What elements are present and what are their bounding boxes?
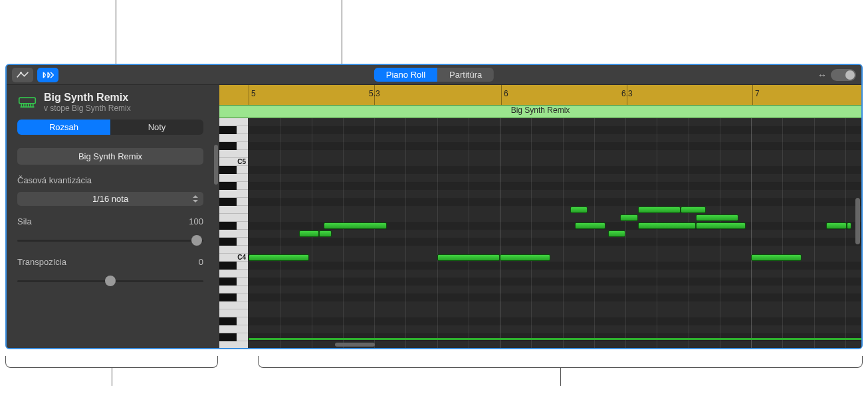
- midi-note[interactable]: [638, 207, 681, 213]
- automation-icon[interactable]: [12, 68, 33, 82]
- midi-note[interactable]: [324, 222, 387, 229]
- ruler-mark: 7: [755, 89, 760, 98]
- svg-rect-1: [19, 98, 36, 104]
- catch-playhead-icon[interactable]: [37, 68, 58, 82]
- horizontal-auto-zoom-toggle[interactable]: [831, 69, 856, 81]
- midi-note[interactable]: [299, 230, 319, 237]
- editor-topbar: Piano Roll Partitúra ↔: [7, 65, 861, 85]
- vertical-scrollbar[interactable]: [855, 198, 860, 244]
- region-strip-label: Big Synth Remix: [511, 106, 570, 115]
- key-label-c5: C5: [237, 158, 247, 165]
- svg-point-0: [20, 72, 22, 74]
- note-grid[interactable]: [249, 118, 861, 348]
- midi-note[interactable]: [570, 207, 588, 213]
- midi-note[interactable]: [437, 254, 500, 261]
- midi-note[interactable]: [751, 254, 802, 261]
- tab-score[interactable]: Partitúra: [437, 68, 494, 82]
- time-ruler[interactable]: 5 5.3 6 6.3 7: [219, 85, 861, 105]
- inspector-mode-segment: Rozsah Noty: [17, 120, 203, 135]
- horizontal-scrollbar[interactable]: [249, 341, 861, 348]
- segment-notes[interactable]: Noty: [110, 120, 203, 135]
- callout-brackets-bottom: [0, 351, 868, 404]
- midi-note[interactable]: [620, 214, 637, 221]
- midi-note[interactable]: [319, 230, 332, 237]
- track-subtitle: v stope Big Synth Remix: [44, 104, 131, 113]
- midi-note[interactable]: [681, 207, 706, 213]
- callout-lines-top: [0, 0, 868, 64]
- midi-note[interactable]: [826, 222, 846, 229]
- segment-region[interactable]: Rozsah: [17, 120, 110, 135]
- midi-note[interactable]: [638, 222, 696, 229]
- ruler-mark: 6.3: [621, 89, 633, 98]
- strength-value: 100: [189, 216, 203, 226]
- transpose-value: 0: [199, 257, 203, 267]
- ruler-mark: 5: [251, 89, 256, 98]
- strength-slider[interactable]: [17, 234, 203, 246]
- midi-note[interactable]: [249, 254, 309, 261]
- piano-keyboard[interactable]: C5C4: [219, 118, 249, 348]
- ruler-mark: 5.3: [369, 89, 380, 98]
- key-label-c4: C4: [237, 254, 247, 261]
- region-inspector: Big Synth Remix v stope Big Synth Remix …: [7, 85, 219, 348]
- region-name-field[interactable]: Big Synth Remix: [17, 148, 203, 165]
- controller-lane-divider: [249, 338, 861, 340]
- horizontal-zoom-icon: ↔: [817, 70, 827, 80]
- inspector-scrollbar[interactable]: [214, 145, 218, 185]
- view-tabs: Piano Roll Partitúra: [374, 68, 494, 82]
- midi-note[interactable]: [575, 222, 605, 229]
- ruler-mark: 6: [504, 89, 508, 98]
- transpose-label: Transpozícia: [17, 257, 66, 267]
- midi-note[interactable]: [500, 254, 550, 261]
- midi-note[interactable]: [696, 222, 746, 229]
- synth-track-icon: [17, 94, 37, 110]
- track-title: Big Synth Remix: [44, 92, 131, 104]
- midi-note[interactable]: [608, 230, 625, 237]
- quantize-select[interactable]: 1/16 nota: [17, 192, 203, 206]
- quantize-label: Časová kvantizácia: [17, 175, 203, 185]
- piano-roll-editor-window: Piano Roll Partitúra ↔ Big Synth Remix v…: [5, 64, 863, 349]
- midi-note[interactable]: [847, 222, 852, 229]
- region-strip[interactable]: Big Synth Remix: [219, 105, 861, 118]
- tab-piano-roll[interactable]: Piano Roll: [374, 68, 437, 82]
- transpose-slider[interactable]: [17, 275, 203, 287]
- piano-roll-area: 5 5.3 6 6.3 7 Big Synth Remix C5C4: [219, 85, 861, 348]
- strength-label: Sila: [17, 216, 32, 226]
- midi-note[interactable]: [696, 214, 738, 221]
